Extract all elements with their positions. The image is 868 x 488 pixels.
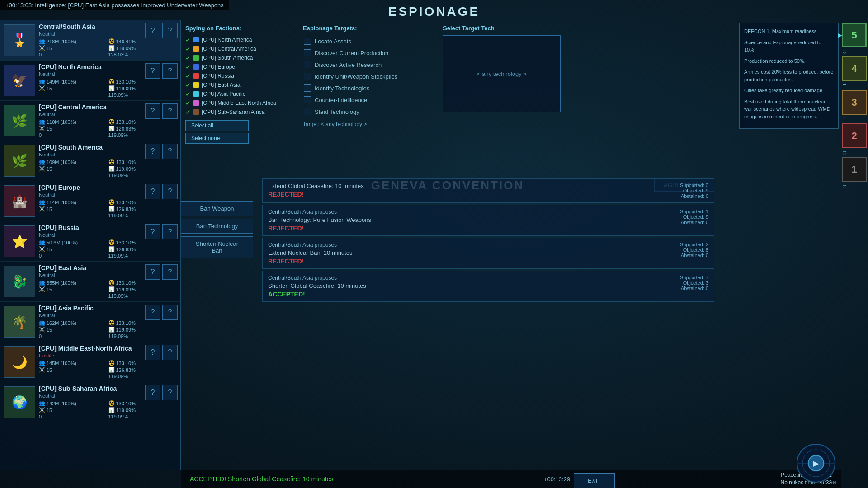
select-all-button[interactable]: Select all <box>185 120 249 131</box>
stat-val2 <box>39 92 108 98</box>
target-item[interactable]: Identify Technologies <box>303 82 434 94</box>
faction-question-btn[interactable]: ? <box>145 385 160 400</box>
faction-info-btn[interactable]: ? <box>162 305 178 320</box>
spy-faction-item[interactable]: ✓ [CPU] Asia Pacific <box>185 89 294 99</box>
target-checkbox[interactable] <box>304 38 311 45</box>
faction-item[interactable]: 🎖️ Central/South Asia Neutral 👥 218M (10… <box>0 20 180 61</box>
spy-faction-item[interactable]: ✓ [CPU] Central America <box>185 44 294 53</box>
faction-info-btn[interactable]: ? <box>162 144 178 159</box>
defcon-3[interactable]: 3 <box>842 90 867 115</box>
faction-item[interactable]: 🦅 [CPU] North America Neutral 👥 149M (10… <box>0 61 180 101</box>
tech-box[interactable]: < any technology > <box>443 35 561 112</box>
val-icon: 📊 <box>108 407 115 413</box>
convention-history-item: Central/South Asia proposes Extend Nucle… <box>262 238 714 269</box>
stat-val1: 📊 126.83% <box>108 206 177 212</box>
faction-question-btn[interactable]: ? <box>145 184 160 199</box>
faction-info-btn[interactable]: ? <box>162 345 178 360</box>
conv-left: Extend Global Ceasefire: 10 minutes REJE… <box>268 183 673 198</box>
spy-faction-item[interactable]: ✓ [CPU] Europe <box>185 62 294 71</box>
faction-stats: 👥 142M (100%) ☢️ 133.10% ⚔️ 15 📊 119.09%… <box>39 400 177 419</box>
select-buttons: Select all Select none <box>185 120 294 144</box>
convention-action-btn[interactable]: Ban Weapon <box>181 201 253 216</box>
faction-info-btn[interactable]: ? <box>162 184 178 199</box>
faction-item[interactable]: 🌴 [CPU] Asia Pacific Neutral 👥 162M (100… <box>0 302 180 342</box>
target-item[interactable]: Identify Unit/Weapon Stockpiles <box>303 70 434 82</box>
faction-info-btn[interactable]: ? <box>162 264 178 280</box>
target-item[interactable]: Steal Technology <box>303 106 434 117</box>
conv-right: Supported: 7 Objected: 3 Abstained: 0 <box>680 275 708 291</box>
stat-pop: 👥 149M (100%) <box>39 79 108 84</box>
target-checkbox[interactable] <box>304 84 311 92</box>
faction-action-icons: ? ? <box>145 305 178 320</box>
pop-icon: 👥 <box>39 320 45 326</box>
target-item[interactable]: Discover Active Research <box>303 59 434 70</box>
faction-question-btn[interactable]: ? <box>145 345 160 360</box>
convention-action-btn[interactable]: Ban Technology <box>181 219 253 234</box>
spy-faction-item[interactable]: ✓ [CPU] Middle East-North Africa <box>185 99 294 108</box>
faction-action-icons: ? ? <box>145 23 178 38</box>
faction-item[interactable]: 🏰 [CPU] Europe Neutral 👥 114M (100%) ☢️ … <box>0 181 180 221</box>
skip-forward-button[interactable]: ⏭ <box>830 479 836 486</box>
stat-nuke2: 119.09% <box>108 374 177 379</box>
faction-action-icons: ? ? <box>145 144 178 159</box>
radar-container: ▶ <box>796 443 836 483</box>
select-none-button[interactable]: Select none <box>185 133 249 144</box>
defcon-1[interactable]: 1 <box>842 157 867 182</box>
faction-info-btn[interactable]: ? <box>162 63 178 79</box>
spy-faction-item[interactable]: ✓ [CPU] North America <box>185 35 294 44</box>
faction-item[interactable]: 🌙 [CPU] Middle East-North Africa Hostile… <box>0 342 180 382</box>
spy-faction-item[interactable]: ✓ [CPU] South America <box>185 53 294 62</box>
conv-supported: Supported: 2 <box>680 242 708 247</box>
target-item[interactable]: Counter-Intelligence <box>303 94 434 106</box>
target-item[interactable]: Locate Assets <box>303 35 434 47</box>
faction-info-btn[interactable]: ? <box>162 224 178 239</box>
conv-abstained: Abstained: 0 <box>680 253 708 258</box>
spy-check-icon: ✓ <box>185 99 191 107</box>
faction-question-btn[interactable]: ? <box>145 305 160 320</box>
faction-question-btn[interactable]: ? <box>145 63 160 79</box>
stat-val1: 📊 119.09% <box>108 85 177 91</box>
stat-nuke1: ☢️ 133.10% <box>108 79 177 84</box>
defcon-2[interactable]: 2 <box>842 123 867 148</box>
spy-faction-item[interactable]: ✓ [CPU] Russia <box>185 71 294 80</box>
faction-item[interactable]: 🌿 [CPU] Central America Neutral 👥 110M (… <box>0 101 180 141</box>
faction-question-btn[interactable]: ? <box>145 103 160 119</box>
faction-item[interactable]: 🌍 [CPU] Sub-Saharan Africa Neutral 👥 142… <box>0 382 180 422</box>
faction-question-btn[interactable]: ? <box>145 23 160 38</box>
faction-info-btn[interactable]: ? <box>162 385 178 400</box>
soldier-icon: ⚔️ <box>39 327 45 333</box>
conv-status: REJECTED! <box>268 191 673 198</box>
target-checkbox[interactable] <box>304 108 311 115</box>
val-icon: 📊 <box>108 206 115 212</box>
play-button[interactable]: ▶ <box>808 455 824 471</box>
faction-question-btn[interactable]: ? <box>145 264 160 280</box>
target-checkbox[interactable] <box>304 61 311 68</box>
spy-faction-item[interactable]: ✓ [CPU] Sub-Saharan Africa <box>185 108 294 117</box>
faction-avatar: 🎖️ <box>4 24 35 56</box>
spy-check-icon: ✓ <box>185 72 191 80</box>
defcon-5[interactable]: ▶ 5 <box>842 23 867 47</box>
defcon-4[interactable]: 4 <box>842 56 867 81</box>
faction-question-btn[interactable]: ? <box>145 224 160 239</box>
convention-action-btn[interactable]: Shorten Nuclear Ban <box>181 236 253 258</box>
spy-faction-name: [CPU] Sub-Saharan Africa <box>202 109 264 115</box>
faction-action-icons: ? ? <box>145 184 178 199</box>
faction-question-btn[interactable]: ? <box>145 144 160 159</box>
spy-faction-item[interactable]: ✓ [CPU] East Asia <box>185 80 294 89</box>
faction-info-btn[interactable]: ? <box>162 103 178 119</box>
target-item[interactable]: Discover Current Production <box>303 47 434 59</box>
faction-item[interactable]: 🌿 [CPU] South America Neutral 👥 109M (10… <box>0 141 180 181</box>
pop-icon: 👥 <box>39 159 45 165</box>
exit-button[interactable]: EXIT <box>574 473 615 488</box>
target-checkbox[interactable] <box>304 73 311 80</box>
faction-info-btn[interactable]: ? <box>162 23 178 38</box>
faction-item[interactable]: ⭐ [CPU] Russia Neutral 👥 50.6M (100%) ☢️… <box>0 221 180 262</box>
pop-icon: 👥 <box>39 360 45 366</box>
defcon-panel: ▶ 5 D 4 E 3 F 2 C 1 O <box>842 23 868 192</box>
faction-item[interactable]: 🐉 [CPU] East Asia Neutral 👥 355M (100%) … <box>0 262 180 302</box>
stat-pop: 👥 142M (100%) <box>39 400 108 406</box>
target-checkbox[interactable] <box>304 96 311 103</box>
conv-abstained: Abstained: 0 <box>680 220 708 225</box>
target-checkbox[interactable] <box>304 49 311 56</box>
faction-action-icons: ? ? <box>145 103 178 119</box>
